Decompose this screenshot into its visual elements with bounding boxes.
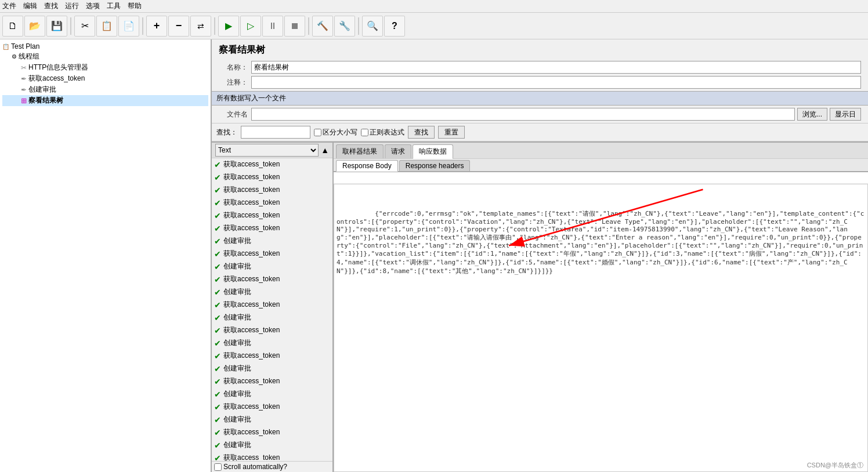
result-label: 创建审批 <box>223 313 251 322</box>
result-label: 获取access_token <box>223 249 280 259</box>
toolbar-remote[interactable]: ⇄ <box>190 16 211 37</box>
toolbar-open[interactable]: 📂 <box>24 16 45 37</box>
toolbar-run-nopause[interactable]: ▷ <box>240 16 261 37</box>
tab-request[interactable]: 请求 <box>385 144 411 158</box>
result-item[interactable]: ✔获取access_token <box>212 452 332 461</box>
tab-response-data[interactable]: 响应数据 <box>413 144 453 159</box>
tree-testplan[interactable]: 📋 Test Plan <box>2 42 208 51</box>
menu-find[interactable]: 查找 <box>44 1 58 11</box>
result-item[interactable]: ✔创建审批 <box>212 388 332 401</box>
results-scroll[interactable]: ✔获取access_token✔获取access_token✔获取access_… <box>212 158 332 461</box>
menu-tools[interactable]: 工具 <box>107 1 121 11</box>
tree-threadgroup[interactable]: ⚙ 线程组 <box>2 51 208 62</box>
toolbar-question[interactable]: ? <box>384 16 405 37</box>
regex-label[interactable]: 正则表达式 <box>361 128 404 137</box>
result-item[interactable]: ✔获取access_token <box>212 171 332 184</box>
subtab-response-headers[interactable]: Response headers <box>399 160 471 171</box>
toolbar-jar1[interactable]: 🔨 <box>312 16 333 37</box>
result-item[interactable]: ✔获取access_token <box>212 324 332 337</box>
result-status-icon: ✔ <box>214 262 221 271</box>
result-status-icon: ✔ <box>214 173 221 182</box>
result-label: 获取access_token <box>223 376 280 386</box>
result-label: 创建审批 <box>223 440 251 450</box>
toolbar-shutdown[interactable]: ⏹ <box>284 16 305 37</box>
reset-button[interactable]: 重置 <box>438 126 465 139</box>
result-item[interactable]: ✔获取access_token <box>212 209 332 222</box>
type-dropdown[interactable]: Text RegExp CSS/JQuery JSON Path XPath <box>215 144 319 157</box>
result-item[interactable]: ✔创建审批 <box>212 439 332 452</box>
name-input[interactable] <box>251 61 861 74</box>
toolbar-jar2[interactable]: 🔧 <box>334 16 355 37</box>
result-item[interactable]: ✔获取access_token <box>212 350 332 362</box>
menu-options[interactable]: 选项 <box>86 1 100 11</box>
result-item[interactable]: ✔创建审批 <box>212 286 332 299</box>
response-content[interactable]: {"errcode":0,"errmsg":"ok","template_nam… <box>334 184 868 472</box>
write-all-header: 所有数据写入一个文件 <box>212 91 868 106</box>
toolbar-add[interactable]: + <box>146 16 167 37</box>
result-item[interactable]: ✔获取access_token <box>212 426 332 439</box>
menu-help[interactable]: 帮助 <box>128 1 142 11</box>
toolbar-new[interactable]: 🗋 <box>2 16 23 37</box>
file-row: 文件名 浏览... 显示日 <box>219 108 861 121</box>
menu-edit[interactable]: 编辑 <box>23 1 37 11</box>
result-item[interactable]: ✔获取access_token <box>212 197 332 209</box>
tab-sampler-result[interactable]: 取样器结果 <box>336 144 384 158</box>
result-label: 获取access_token <box>223 402 280 412</box>
result-label: 获取access_token <box>223 198 280 208</box>
toolbar-copy[interactable]: 📋 <box>96 16 117 37</box>
case-sensitive-label[interactable]: 区分大小写 <box>314 128 357 137</box>
subtab-response-body[interactable]: Response Body <box>336 160 398 172</box>
display-button[interactable]: 显示日 <box>830 108 861 121</box>
comment-input[interactable] <box>251 76 861 89</box>
result-item[interactable]: ✔获取access_token <box>212 375 332 388</box>
result-item[interactable]: ✔获取access_token <box>212 222 332 235</box>
scroll-auto-checkbox[interactable] <box>214 463 222 471</box>
toolbar-cut[interactable]: ✂ <box>74 16 95 37</box>
tree-area: 📋 Test Plan ⚙ 线程组 ✂ HTTP信息头管理器 ✒ 获取acces… <box>0 39 211 472</box>
result-label: 获取access_token <box>223 325 280 335</box>
results-header: Text RegExp CSS/JQuery JSON Path XPath ▲ <box>212 143 332 158</box>
result-item[interactable]: ✔创建审批 <box>212 337 332 350</box>
toolbar-search[interactable]: 🔍 <box>362 16 383 37</box>
file-area: 文件名 浏览... 显示日 <box>212 108 868 123</box>
tree-viewresults[interactable]: ⊞ 察看结果树 <box>2 95 208 106</box>
toolbar-remove[interactable]: − <box>168 16 189 37</box>
filename-input[interactable] <box>251 108 795 121</box>
regex-checkbox[interactable] <box>361 129 368 136</box>
case-sensitive-checkbox[interactable] <box>314 129 321 136</box>
result-item[interactable]: ✔获取access_token <box>212 184 332 197</box>
result-item[interactable]: ✔获取access_token <box>212 299 332 311</box>
result-item[interactable]: ✔创建审批 <box>212 413 332 426</box>
tree-gettoken[interactable]: ✒ 获取access_token <box>2 73 208 84</box>
toolbar-paste[interactable]: 📄 <box>118 16 139 37</box>
result-item[interactable]: ✔创建审批 <box>212 260 332 273</box>
result-status-icon: ✔ <box>214 390 221 399</box>
toolbar-save[interactable]: 💾 <box>46 16 67 37</box>
result-label: 创建审批 <box>223 415 251 424</box>
result-item[interactable]: ✔获取access_token <box>212 273 332 286</box>
httpmanager-label: HTTP信息头管理器 <box>28 63 88 72</box>
result-item[interactable]: ✔创建审批 <box>212 362 332 375</box>
find-button[interactable]: 查找 <box>408 126 435 139</box>
result-item[interactable]: ✔获取access_token <box>212 401 332 413</box>
toolbar-run[interactable]: ▶ <box>218 16 239 37</box>
result-status-icon: ✔ <box>214 288 221 297</box>
gettoken-label: 获取access_token <box>28 74 85 83</box>
result-item[interactable]: ✔创建审批 <box>212 311 332 324</box>
result-label: 获取access_token <box>223 159 280 169</box>
browse-button[interactable]: 浏览... <box>797 108 827 121</box>
tree-createapproval[interactable]: ✒ 创建审批 <box>2 84 208 95</box>
threadgroup-icon: ⚙ <box>12 53 17 60</box>
tree-httpmanager[interactable]: ✂ HTTP信息头管理器 <box>2 62 208 73</box>
result-item[interactable]: ✔获取access_token <box>212 248 332 260</box>
toolbar-stop[interactable]: ⏸ <box>262 16 283 37</box>
search-input[interactable] <box>241 126 310 139</box>
form-area: 名称： 注释： <box>212 61 868 91</box>
result-item[interactable]: ✔获取access_token <box>212 158 332 171</box>
menu-run[interactable]: 运行 <box>65 1 79 11</box>
result-item[interactable]: ✔创建审批 <box>212 235 332 248</box>
regex-text: 正则表达式 <box>370 128 404 137</box>
scroll-up-icon[interactable]: ▲ <box>321 146 329 155</box>
result-label: 创建审批 <box>223 338 251 348</box>
menu-file[interactable]: 文件 <box>2 1 16 11</box>
